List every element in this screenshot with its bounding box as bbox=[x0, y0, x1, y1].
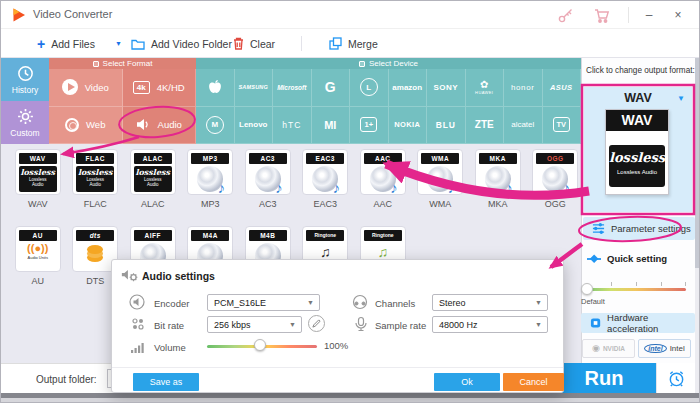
format-cell-eac3[interactable]: EAC3♪EAC3 bbox=[297, 149, 355, 209]
device-honor[interactable]: honor bbox=[504, 69, 543, 107]
tab-video[interactable]: Video bbox=[49, 69, 123, 107]
format-cell-mp3[interactable]: MP3♪MP3 bbox=[182, 149, 240, 209]
format-cell-ogg[interactable]: OGG♪OGG bbox=[527, 149, 585, 209]
history-clock-icon bbox=[16, 64, 35, 83]
device-amazon[interactable]: amazon bbox=[389, 69, 428, 107]
format-cell-ac3[interactable]: AC3♪AC3 bbox=[239, 149, 297, 209]
merge-button[interactable]: Merge bbox=[329, 29, 378, 58]
cart-icon[interactable] bbox=[594, 8, 610, 23]
volume-value: 100% bbox=[324, 340, 348, 351]
device-lg[interactable]: L bbox=[350, 69, 389, 107]
caret-down-icon: ▼ bbox=[535, 321, 542, 328]
run-button[interactable]: Run bbox=[552, 363, 656, 393]
format-cell-wma[interactable]: WMA♪WMA bbox=[412, 149, 470, 209]
selected-format-name: WAV bbox=[584, 91, 692, 105]
format-cell-wav[interactable]: WAVlosslessLossless AudioWAV bbox=[9, 149, 67, 209]
quick-setting-slider-track[interactable] bbox=[586, 288, 686, 291]
brand-htc-label: hTC bbox=[282, 120, 301, 130]
device-motorola[interactable]: M bbox=[196, 107, 235, 145]
ok-button[interactable]: Ok bbox=[434, 373, 500, 391]
cd-disc-icon: ♪ bbox=[542, 166, 568, 192]
music-note-icon: ♪ bbox=[563, 179, 571, 195]
format-tabs: Video 4k 4K/HD Web Audio bbox=[49, 69, 196, 144]
lossless-subtitle-text: Lossless Audio bbox=[76, 177, 114, 187]
brand-sony-label: SONY bbox=[434, 83, 458, 92]
alarm-clock-icon bbox=[667, 369, 686, 388]
format-band: MP3 bbox=[191, 153, 229, 164]
quick-setting-slider-handle[interactable] bbox=[581, 283, 593, 295]
clear-button[interactable]: Clear bbox=[233, 29, 275, 58]
nvidia-toggle[interactable]: ◉ NVIDIA bbox=[582, 339, 635, 358]
quick-setting-button[interactable]: Quick setting bbox=[587, 253, 667, 264]
format-label: WAV bbox=[28, 199, 48, 209]
add-files-dropdown-caret-icon[interactable]: ▼ bbox=[115, 29, 122, 58]
bitrate-edit-button[interactable] bbox=[308, 315, 325, 332]
format-cell-au[interactable]: AU((●))Audio UnitsAU bbox=[9, 226, 67, 286]
encoder-dropdown[interactable]: PCM_S16LE ▼ bbox=[207, 294, 320, 311]
add-video-folder-button[interactable]: Add Video Folder bbox=[131, 29, 232, 58]
chrome-icon bbox=[65, 118, 79, 132]
intel-toggle[interactable]: intel Intel bbox=[638, 339, 691, 358]
format-cell-mka[interactable]: MKA♪MKA bbox=[469, 149, 527, 209]
sidebar-item-custom[interactable]: Custom bbox=[1, 101, 49, 144]
close-button[interactable]: × bbox=[667, 5, 689, 25]
tab-web[interactable]: Web bbox=[49, 107, 123, 145]
quick-setting-default-label: Default bbox=[581, 297, 605, 306]
tab-4k-hd[interactable]: 4k 4K/HD bbox=[123, 69, 197, 107]
titlebar: Video Converter – × bbox=[1, 1, 699, 29]
parameter-settings-button[interactable]: Parameter settings bbox=[583, 217, 695, 240]
device-oneplus[interactable]: 1+ bbox=[350, 107, 389, 145]
add-files-button[interactable]: + Add Files bbox=[37, 29, 95, 58]
device-htc[interactable]: hTC bbox=[273, 107, 312, 145]
format-label: ALAC bbox=[141, 199, 165, 209]
device-alcatel[interactable]: alcatel bbox=[504, 107, 543, 145]
quick-setting-icon bbox=[587, 254, 601, 264]
scrollbar-thumb[interactable] bbox=[695, 58, 700, 268]
license-key-icon[interactable] bbox=[558, 8, 574, 23]
lossless-badge: losslessLossless Audio bbox=[19, 166, 57, 192]
tab-audio[interactable]: Audio bbox=[123, 107, 197, 145]
save-as-button[interactable]: Save as bbox=[133, 373, 199, 391]
intel-icon: intel bbox=[644, 344, 666, 353]
dialog-footer-divider bbox=[112, 367, 563, 368]
output-format-selector[interactable]: WAV ▼ WAV lossless Lossless Audio bbox=[584, 87, 692, 212]
volume-slider-handle[interactable] bbox=[254, 339, 266, 351]
minimize-button[interactable]: – bbox=[638, 5, 660, 25]
channels-icon bbox=[352, 294, 368, 310]
speaker-icon bbox=[136, 118, 151, 131]
brand-oneplus-icon: 1+ bbox=[360, 117, 377, 132]
device-sony[interactable]: SONY bbox=[427, 69, 466, 107]
brand-asus-label: ASUS bbox=[550, 83, 572, 92]
channels-dropdown[interactable]: Stereo ▼ bbox=[432, 294, 548, 311]
pencil-icon bbox=[312, 319, 321, 328]
channels-label: Channels bbox=[375, 298, 415, 309]
format-cell-flac[interactable]: FLAClosslessLossless AudioFLAC bbox=[67, 149, 125, 209]
cancel-button[interactable]: Cancel bbox=[503, 373, 564, 391]
samplerate-dropdown[interactable]: 48000 Hz ▼ bbox=[432, 316, 548, 333]
device-huawei[interactable]: ✿HUAWEI bbox=[466, 69, 505, 107]
device-microsoft[interactable]: Microsoft bbox=[273, 69, 312, 107]
format-icon-flac: FLAClosslessLossless Audio bbox=[72, 149, 118, 195]
device-apple[interactable] bbox=[196, 69, 235, 107]
device-nokia[interactable]: NOKIA bbox=[389, 107, 428, 145]
music-note-icon: ♪ bbox=[505, 179, 513, 195]
device-tv[interactable]: TV bbox=[543, 107, 582, 145]
brand-google-label: G bbox=[325, 79, 336, 95]
sidebar-item-history[interactable]: History bbox=[1, 58, 49, 101]
hardware-acceleration-button[interactable]: Hardware acceleration bbox=[581, 313, 695, 333]
device-google[interactable]: G bbox=[312, 69, 351, 107]
device-mi[interactable]: MI bbox=[312, 107, 351, 145]
format-cell-aac[interactable]: AAC♪AAC bbox=[354, 149, 412, 209]
format-dropdown-caret-icon[interactable]: ▼ bbox=[677, 94, 685, 103]
device-samsung[interactable]: SAMSUNG bbox=[235, 69, 274, 107]
schedule-button[interactable] bbox=[656, 363, 695, 393]
device-blu[interactable]: BLU bbox=[427, 107, 466, 145]
format-cell-alac[interactable]: ALAClosslessLossless AudioALAC bbox=[124, 149, 182, 209]
device-zte[interactable]: ZTE bbox=[466, 107, 505, 145]
toolbar-divider bbox=[301, 36, 302, 51]
chip-icon bbox=[590, 317, 601, 329]
device-lenovo[interactable]: Lenovo bbox=[235, 107, 274, 145]
samplerate-label: Sample rate bbox=[375, 320, 426, 331]
bitrate-dropdown[interactable]: 256 kbps ▼ bbox=[207, 316, 302, 333]
device-asus[interactable]: ASUS bbox=[543, 69, 582, 107]
